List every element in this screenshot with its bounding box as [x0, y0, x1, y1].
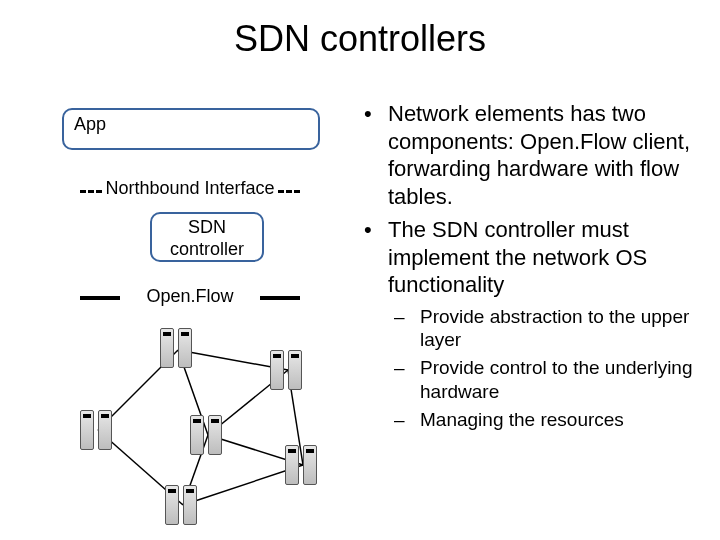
- sdn-line2: controller: [170, 239, 244, 259]
- bullet-text: The SDN controller must implement the ne…: [388, 217, 647, 297]
- sub-bullet-item: Managing the resources: [416, 408, 700, 432]
- bullet-item: Network elements has two components: Ope…: [384, 100, 700, 210]
- server-node-icon: [165, 485, 201, 525]
- divider-bar-right: [260, 296, 300, 300]
- sub-bullet-item: Provide control to the underlying hardwa…: [416, 356, 700, 404]
- sdn-controller-box: SDN controller: [150, 212, 264, 262]
- bullet-list: Network elements has two components: Ope…: [360, 100, 700, 431]
- sub-bullet-item: Provide abstraction to the upper layer: [416, 305, 700, 353]
- text-panel: Network elements has two components: Ope…: [360, 100, 700, 437]
- network-topology: [70, 330, 350, 530]
- slide-title: SDN controllers: [0, 18, 720, 60]
- northbound-interface-label: Northbound Interface: [40, 178, 340, 199]
- app-box: App: [62, 108, 320, 150]
- server-node-icon: [285, 445, 321, 485]
- sdn-line1: SDN: [188, 217, 226, 237]
- divider-dash-right: [278, 190, 300, 195]
- server-node-icon: [190, 415, 226, 455]
- bullet-item: The SDN controller must implement the ne…: [384, 216, 700, 431]
- server-node-icon: [160, 328, 196, 368]
- server-node-icon: [270, 350, 306, 390]
- app-label: App: [74, 114, 106, 134]
- server-node-icon: [80, 410, 116, 450]
- sub-bullet-list: Provide abstraction to the upper layer P…: [388, 305, 700, 432]
